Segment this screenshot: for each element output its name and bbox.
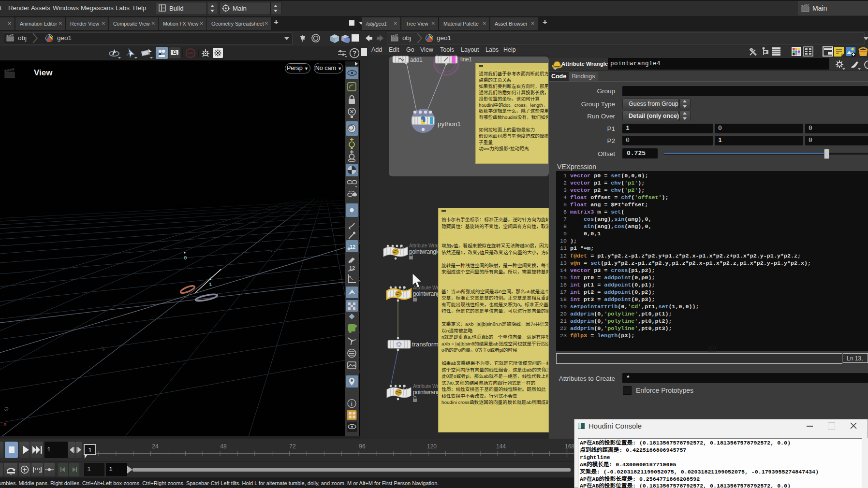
svg-text:120: 120 (427, 443, 437, 450)
svg-text:?: ? (353, 49, 357, 57)
svg-text:python1: python1 (438, 120, 461, 128)
svg-text:96: 96 (359, 443, 366, 450)
svg-text:transform1: transform1 (412, 341, 442, 348)
svg-text:i: i (351, 401, 353, 407)
svg-text:1: 1 (209, 282, 212, 287)
svg-text:168: 168 (565, 443, 574, 450)
svg-text:ω: ω (2, 405, 10, 412)
svg-text:12: 12 (350, 244, 355, 250)
svg-text:2: 2 (100, 345, 105, 352)
svg-text:0: 0 (184, 255, 187, 261)
svg-text:72: 72 (289, 443, 296, 450)
svg-text:144: 144 (496, 443, 506, 450)
svg-text:24: 24 (152, 443, 159, 450)
svg-text:48: 48 (220, 443, 227, 450)
svg-text:add1: add1 (410, 57, 423, 63)
svg-text:-: - (161, 312, 162, 317)
svg-text:- -: - - (271, 248, 275, 254)
svg-text:line1: line1 (460, 56, 472, 63)
svg-text:_x: _x (0, 421, 7, 427)
svg-text:1: 1 (88, 446, 91, 454)
